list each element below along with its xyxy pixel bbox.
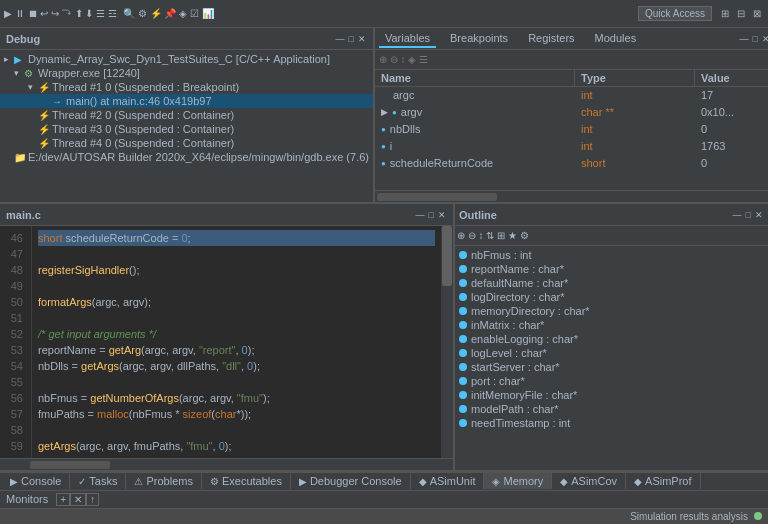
outline-item[interactable]: logDirectory : char* bbox=[455, 290, 768, 304]
code-editor[interactable]: short scheduleReturnCode = 0; registerSi… bbox=[32, 226, 441, 458]
editor-hscroll[interactable] bbox=[0, 458, 453, 470]
variables-panel: Variables Breakpoints Registers Modules … bbox=[375, 28, 768, 202]
tree-arrow: ▾ bbox=[14, 68, 24, 78]
variable-row[interactable]: argc int 17 bbox=[375, 87, 768, 104]
variables-panel-actions: — □ ✕ bbox=[739, 33, 768, 45]
outline-item[interactable]: nbFmus : int bbox=[455, 248, 768, 262]
bottom-tab-console[interactable]: ▶Console bbox=[2, 473, 70, 489]
vars-close-btn[interactable]: ✕ bbox=[761, 33, 768, 45]
outline-item[interactable]: port : char* bbox=[455, 374, 768, 388]
outline-dot bbox=[459, 321, 467, 329]
outline-label: modelPath : char* bbox=[471, 403, 558, 415]
outline-item[interactable]: modelPath : char* bbox=[455, 402, 768, 416]
tab-variables[interactable]: Variables bbox=[379, 30, 436, 48]
variables-hscroll[interactable] bbox=[375, 190, 768, 202]
vars-minimize-btn[interactable]: — bbox=[739, 33, 750, 45]
outline-close-btn[interactable]: ✕ bbox=[754, 209, 764, 221]
editor-vscroll[interactable] bbox=[441, 226, 453, 458]
outline-item[interactable]: memoryDirectory : char* bbox=[455, 304, 768, 318]
tab-modules[interactable]: Modules bbox=[589, 30, 643, 48]
monitors-remove-btn[interactable]: ✕ bbox=[70, 493, 86, 506]
debug-tree-item[interactable]: ▸▶Dynamic_Array_Swc_Dyn1_TestSuites_C [C… bbox=[0, 52, 373, 66]
line-number: 54 bbox=[4, 358, 23, 374]
outline-item[interactable]: needTimestamp : int bbox=[455, 416, 768, 430]
outline-item[interactable]: reportName : char* bbox=[455, 262, 768, 276]
outline-item[interactable]: defaultName : char* bbox=[455, 276, 768, 290]
debug-tree-item[interactable]: ▾⚙Wrapper.exe [12240] bbox=[0, 66, 373, 80]
vars-maximize-btn[interactable]: □ bbox=[752, 33, 759, 45]
layout-btn-2[interactable]: ⊟ bbox=[734, 7, 748, 20]
code-line[interactable]: short scheduleReturnCode = 0; bbox=[38, 230, 435, 246]
variable-row[interactable]: ● scheduleReturnCode short 0 bbox=[375, 155, 768, 172]
tree-label: Thread #4 0 (Suspended : Container) bbox=[52, 137, 234, 149]
debug-tree-item[interactable]: ▾⚡Thread #1 0 (Suspended : Breakpoint) bbox=[0, 80, 373, 94]
debug-tree-item[interactable]: →main() at main.c:46 0x419b97 bbox=[0, 94, 373, 108]
code-line[interactable] bbox=[38, 310, 435, 326]
outline-item[interactable]: initMemoryFile : char* bbox=[455, 388, 768, 402]
code-line[interactable]: nbDlls = getArgs(argc, argv, dllPaths, "… bbox=[38, 358, 435, 374]
code-line[interactable]: registerSigHandler(); bbox=[38, 262, 435, 278]
bottom-tab-asimunit[interactable]: ◆ASimUnit bbox=[411, 473, 485, 489]
tab-label: Memory bbox=[503, 475, 543, 487]
bottom-tab-memory[interactable]: ◈Memory bbox=[484, 473, 552, 489]
quick-access-button[interactable]: Quick Access bbox=[638, 6, 712, 21]
tab-breakpoints[interactable]: Breakpoints bbox=[444, 30, 514, 48]
outline-label: enableLogging : char* bbox=[471, 333, 578, 345]
expand-arrow: ▶ bbox=[381, 107, 388, 117]
layout-btn-1[interactable]: ⊞ bbox=[718, 7, 732, 20]
code-line[interactable] bbox=[38, 246, 435, 262]
editor-title: main.c bbox=[6, 209, 41, 221]
code-line[interactable]: formatArgs(argc, argv); bbox=[38, 294, 435, 310]
editor-maximize-btn[interactable]: □ bbox=[428, 209, 435, 221]
debug-close-btn[interactable]: ✕ bbox=[357, 33, 367, 45]
code-line[interactable] bbox=[38, 422, 435, 438]
debug-minimize-btn[interactable]: — bbox=[335, 33, 346, 45]
variable-row[interactable]: ▶● argv char ** 0x10... bbox=[375, 104, 768, 121]
editor-content[interactable]: 4647484950515253545556575859 short sched… bbox=[0, 226, 453, 458]
var-dot: ● bbox=[381, 142, 386, 151]
tab-registers[interactable]: Registers bbox=[522, 30, 580, 48]
code-line[interactable]: getArgs(argc, argv, fmuPaths, "fmu", 0); bbox=[38, 438, 435, 454]
outline-item[interactable]: startServer : char* bbox=[455, 360, 768, 374]
editor-scroll-thumb bbox=[442, 226, 452, 286]
outline-item[interactable]: logLevel : char* bbox=[455, 346, 768, 360]
bottom-tab-problems[interactable]: ⚠Problems bbox=[126, 473, 201, 489]
layout-btn-3[interactable]: ⊠ bbox=[750, 7, 764, 20]
outline-item[interactable]: enableLogging : char* bbox=[455, 332, 768, 346]
bottom-tab-tasks[interactable]: ✓Tasks bbox=[70, 473, 126, 489]
bottom-tab-debugger-console[interactable]: ▶Debugger Console bbox=[291, 473, 411, 489]
variable-row[interactable]: ● i int 1763 bbox=[375, 138, 768, 155]
bottom-tab-asimcov[interactable]: ◆ASimCov bbox=[552, 473, 626, 489]
outline-item[interactable]: inMatrix : char* bbox=[455, 318, 768, 332]
tree-icon: → bbox=[52, 96, 66, 107]
outline-dot bbox=[459, 335, 467, 343]
debug-tree-item[interactable]: ⚡Thread #2 0 (Suspended : Container) bbox=[0, 108, 373, 122]
debug-tree-item[interactable]: 📁E:/dev/AUTOSAR Builder 2020x_X64/eclips… bbox=[0, 150, 373, 164]
editor-close-btn[interactable]: ✕ bbox=[437, 209, 447, 221]
code-line[interactable]: /* get input arguments */ bbox=[38, 326, 435, 342]
debug-tree-item[interactable]: ⚡Thread #3 0 (Suspended : Container) bbox=[0, 122, 373, 136]
var-dot: ● bbox=[392, 108, 397, 117]
variable-row[interactable]: ● nbDlls int 0 bbox=[375, 121, 768, 138]
debug-tree-item[interactable]: ⚡Thread #4 0 (Suspended : Container) bbox=[0, 136, 373, 150]
editor-minimize-btn[interactable]: — bbox=[415, 209, 426, 221]
line-number: 52 bbox=[4, 326, 23, 342]
bottom-tab-asimprof[interactable]: ◆ASimProf bbox=[626, 473, 700, 489]
code-line[interactable] bbox=[38, 374, 435, 390]
editor-panel: main.c — □ ✕ 464748495051525354555657585… bbox=[0, 204, 455, 470]
code-line[interactable] bbox=[38, 278, 435, 294]
outline-dot bbox=[459, 279, 467, 287]
outline-label: memoryDirectory : char* bbox=[471, 305, 590, 317]
tree-label: main() at main.c:46 0x419b97 bbox=[66, 95, 212, 107]
code-line[interactable]: reportName = getArg(argc, argv, "report"… bbox=[38, 342, 435, 358]
monitors-add-btn[interactable]: + bbox=[56, 493, 70, 506]
outline-minimize-btn[interactable]: — bbox=[732, 209, 743, 221]
bottom-tab-executables[interactable]: ⚙Executables bbox=[202, 473, 291, 489]
var-value: 0 bbox=[695, 121, 768, 137]
code-line[interactable]: nbFmus = getNumberOfArgs(argc, argv, "fm… bbox=[38, 390, 435, 406]
outline-maximize-btn[interactable]: □ bbox=[745, 209, 752, 221]
monitors-up-btn[interactable]: ↑ bbox=[86, 493, 99, 506]
tab-label: Problems bbox=[146, 475, 192, 487]
debug-maximize-btn[interactable]: □ bbox=[348, 33, 355, 45]
code-line[interactable]: fmuPaths = malloc(nbFmus * sizeof(char*)… bbox=[38, 406, 435, 422]
